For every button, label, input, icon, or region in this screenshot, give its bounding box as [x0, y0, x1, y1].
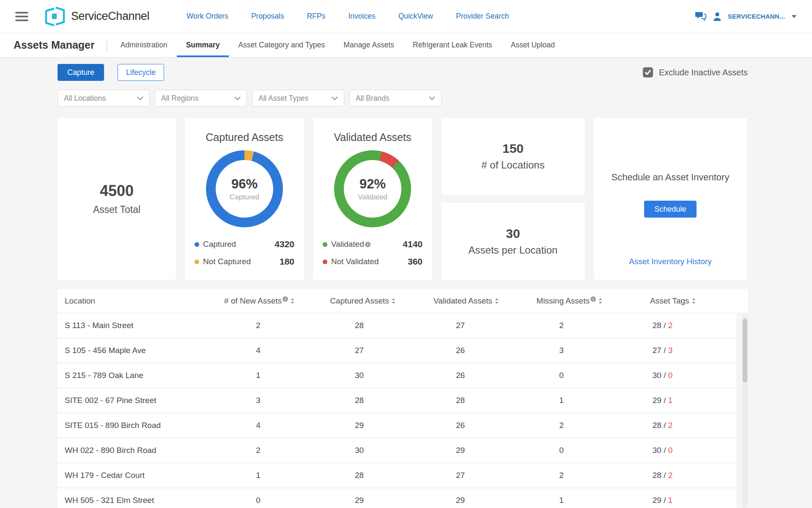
column-header-captured-assets[interactable]: Captured Assets: [311, 296, 414, 306]
nav-link-work-orders[interactable]: Work Orders: [187, 12, 228, 21]
exclude-inactive-group[interactable]: Exclude Inactive Assets: [643, 67, 748, 77]
column-header-location: Location: [58, 296, 208, 306]
locations-card: 150 # of Locations: [441, 118, 585, 195]
tab-summary[interactable]: Summary: [177, 33, 229, 57]
captured-pct: 96%: [231, 177, 258, 192]
tab-asset-upload[interactable]: Asset Upload: [502, 33, 564, 57]
sort-icon[interactable]: [495, 298, 499, 304]
cell-validated-assets: 28: [410, 396, 511, 405]
sort-icon[interactable]: [692, 298, 696, 304]
legend-value: 4320: [274, 239, 294, 249]
divider: [107, 39, 107, 52]
asset-tags-total: 28 /: [653, 421, 668, 430]
cell-asset-tags: 29 / 1: [612, 396, 713, 405]
sort-icon[interactable]: [291, 298, 294, 304]
chevron-down-icon: [234, 97, 241, 100]
table-row[interactable]: S 105 - 456 Maple Ave42726327 / 3: [58, 339, 736, 362]
column-header-asset-tags[interactable]: Asset Tags: [621, 296, 724, 306]
cell-validated-assets: 27: [410, 471, 511, 480]
asset-tags-missing: 1: [668, 496, 673, 505]
captured-assets-title: Captured Assets: [185, 131, 304, 144]
asset-tags-missing: 0: [668, 371, 673, 380]
column-header-of-new-assets[interactable]: # of New Assetsi: [208, 296, 311, 306]
tab-manage-assets[interactable]: Manage Assets: [334, 33, 403, 57]
asset-tags-missing: 1: [668, 396, 673, 405]
filter-label: All Asset Types: [258, 94, 308, 103]
filter-all-locations[interactable]: All Locations: [58, 90, 150, 107]
asset-tags-total: 30 /: [653, 371, 668, 380]
legend-item-validated: Validatedi4140: [323, 239, 422, 249]
column-header-missing-assets[interactable]: Missing Assetsi: [518, 296, 621, 306]
legend-label: Not Validated: [331, 257, 379, 266]
cell-captured-assets: 27: [309, 346, 410, 355]
table-row[interactable]: S 215 - 789 Oak Lane13026030 / 0: [58, 364, 736, 387]
info-icon[interactable]: i: [365, 242, 370, 247]
user-icon[interactable]: [713, 12, 721, 21]
cell-new-assets: 0: [208, 496, 309, 505]
cell-missing-assets: 2: [511, 421, 612, 430]
cell-new-assets: 1: [208, 471, 309, 480]
scrollbar-thumb[interactable]: [743, 319, 747, 382]
module-tabs: AdministrationSummaryAsset Category and …: [111, 33, 564, 57]
table-row[interactable]: WH 505 - 321 Elm Street02929129 / 1: [58, 489, 736, 508]
table-row[interactable]: SITE 002 - 67 Pine Street32828129 / 1: [58, 389, 736, 412]
table-row[interactable]: WH 022 - 890 Birch Road23029030 / 0: [58, 439, 736, 462]
column-header-validated-assets[interactable]: Validated Assets: [414, 296, 518, 306]
nav-link-provider-search[interactable]: Provider Search: [456, 12, 509, 21]
sort-icon[interactable]: [598, 298, 602, 304]
table-row[interactable]: WH 179 - Cedar Court12827228 / 2: [58, 464, 736, 487]
nav-link-proposals[interactable]: Proposals: [251, 12, 284, 21]
cell-validated-assets: 27: [410, 321, 511, 330]
menu-icon[interactable]: [15, 12, 28, 21]
nav-link-rfps[interactable]: RFPs: [307, 12, 326, 21]
asset-tags-total: 29 /: [653, 396, 668, 405]
table-row[interactable]: S 113 - Main Street22827228 / 2: [58, 314, 736, 337]
cell-asset-tags: 30 / 0: [612, 371, 713, 380]
legend-dot-icon: [323, 242, 327, 247]
brand[interactable]: ServiceChannel: [44, 6, 149, 27]
capture-button[interactable]: Capture: [58, 64, 104, 81]
table-row[interactable]: SITE 015 - 890 Birch Road42926228 / 2: [58, 414, 736, 437]
tab-asset-category-and-types[interactable]: Asset Category and Types: [229, 33, 334, 57]
cell-validated-assets: 29: [410, 496, 511, 505]
asset-tags-missing: 2: [668, 321, 673, 330]
lifecycle-button[interactable]: Lifecycle: [118, 64, 164, 81]
cell-asset-tags: 29 / 1: [612, 496, 713, 505]
filter-all-regions[interactable]: All Regions: [155, 90, 247, 107]
cell-location: SITE 015 - 890 Birch Road: [58, 421, 208, 430]
cell-location: WH 022 - 890 Birch Road: [58, 446, 208, 455]
tab-administration[interactable]: Administration: [111, 33, 177, 57]
filters-row: All LocationsAll RegionsAll Asset TypesA…: [58, 90, 748, 107]
asset-tags-missing: 2: [668, 421, 673, 430]
cell-asset-tags: 28 / 2: [612, 421, 713, 430]
info-icon[interactable]: i: [283, 296, 288, 302]
nav-link-quickview[interactable]: QuickView: [398, 12, 433, 21]
filter-all-asset-types[interactable]: All Asset Types: [252, 90, 344, 107]
cell-validated-assets: 26: [410, 346, 511, 355]
cell-captured-assets: 29: [309, 421, 410, 430]
nav-link-invoices[interactable]: Invoices: [348, 12, 375, 21]
column-header-label: # of New Assets: [224, 296, 282, 305]
exclude-inactive-checkbox[interactable]: [643, 67, 653, 77]
info-icon[interactable]: i: [590, 296, 596, 302]
legend-item-not-captured: Not Captured180: [195, 257, 294, 267]
asset-inventory-history-link[interactable]: Asset Inventory History: [594, 257, 747, 266]
user-menu[interactable]: SERVICECHANN...: [728, 13, 785, 20]
cell-missing-assets: 2: [511, 321, 612, 330]
locations-table: Location# of New AssetsiCaptured AssetsV…: [58, 289, 748, 508]
filter-label: All Regions: [161, 94, 199, 103]
legend-value: 180: [280, 257, 294, 267]
cell-location: SITE 002 - 67 Pine Street: [58, 396, 208, 405]
scrollbar-track[interactable]: [742, 314, 748, 508]
schedule-card: Schedule an Asset Inventory Schedule Ass…: [594, 118, 747, 280]
filter-all-brands[interactable]: All Brands: [349, 90, 442, 107]
legend-dot-icon: [323, 260, 327, 264]
schedule-button[interactable]: Schedule: [644, 201, 697, 218]
cell-validated-assets: 26: [410, 371, 511, 380]
caret-down-icon[interactable]: [791, 15, 797, 18]
validated-assets-card: Validated Assets 92% Validated Validated…: [313, 118, 432, 280]
chat-icon[interactable]: [695, 11, 707, 21]
tab-refrigerant-leak-events[interactable]: Refrigerant Leak Events: [403, 33, 502, 57]
captured-assets-donut: 96% Captured: [206, 150, 283, 227]
sort-icon[interactable]: [392, 298, 395, 304]
